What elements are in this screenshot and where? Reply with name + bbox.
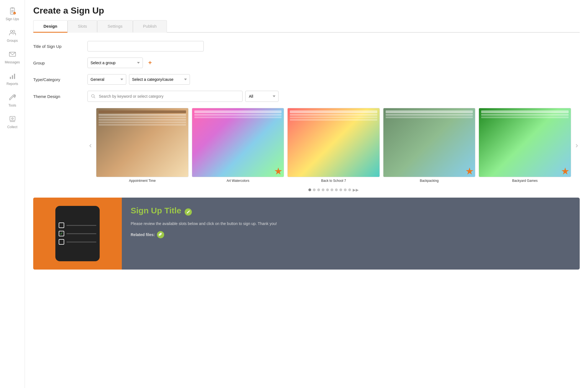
related-files-row: Related files: bbox=[131, 231, 571, 238]
theme-card-img-back-to-school bbox=[287, 108, 380, 177]
theme-card-back-to-school[interactable]: Back to School 7 bbox=[287, 108, 380, 183]
preview-description: Please review the available slots below … bbox=[131, 221, 571, 227]
carousel-prev-button[interactable]: ‹ bbox=[87, 141, 93, 149]
carousel-next-button[interactable]: › bbox=[574, 141, 580, 149]
search-button[interactable] bbox=[88, 91, 99, 102]
theme-label: Theme Design bbox=[33, 94, 83, 99]
edit-title-button[interactable] bbox=[185, 208, 192, 216]
messages-icon bbox=[7, 49, 17, 59]
sidebar-item-tools[interactable]: Tools bbox=[0, 89, 25, 111]
sidebar-item-reports-label: Reports bbox=[6, 82, 18, 86]
attach-files-button[interactable] bbox=[157, 231, 164, 238]
dot-7[interactable] bbox=[335, 188, 338, 191]
sidebar-item-groups-label: Groups bbox=[7, 39, 18, 43]
group-row: Group Select a group + bbox=[33, 58, 580, 68]
svg-point-16 bbox=[12, 118, 13, 119]
tab-settings[interactable]: Settings bbox=[97, 20, 133, 33]
clipboard-icon: ✓ bbox=[7, 6, 17, 16]
tab-design[interactable]: Design bbox=[33, 20, 68, 33]
preview-content: Sign Up Title Please review the availabl… bbox=[122, 198, 580, 270]
checkbox-unchecked-1 bbox=[59, 223, 64, 228]
related-files-label: Related files: bbox=[131, 232, 155, 237]
groups-icon bbox=[7, 28, 17, 38]
theme-card-name-backpacking: Backpacking bbox=[420, 179, 439, 183]
group-select[interactable]: Select a group bbox=[87, 58, 143, 68]
checkbox-item-1 bbox=[59, 223, 96, 228]
dot-10[interactable] bbox=[348, 188, 351, 191]
title-input[interactable] bbox=[87, 41, 204, 51]
theme-card-img-art-watercolors bbox=[192, 108, 284, 177]
svg-rect-12 bbox=[14, 74, 15, 79]
theme-card-backyard-games[interactable]: Backyard Games bbox=[479, 108, 571, 183]
dot-5[interactable] bbox=[326, 188, 329, 191]
reports-icon bbox=[7, 71, 17, 81]
type-controls: General Select a category/cause bbox=[87, 74, 580, 85]
checkbox-item-2: ✓ bbox=[59, 231, 96, 236]
preview-section: ✓ Sign Up Title bbox=[33, 198, 580, 270]
theme-card-name-appointment-time: Appointment Time bbox=[129, 179, 156, 183]
svg-rect-1 bbox=[11, 7, 14, 9]
svg-text:✓: ✓ bbox=[14, 12, 16, 15]
svg-line-18 bbox=[94, 97, 95, 98]
svg-point-7 bbox=[10, 30, 12, 33]
tabs-bar: Design Slots Settings Publish bbox=[33, 20, 580, 33]
phone-mockup: ✓ bbox=[55, 206, 100, 261]
title-label: Title of Sign Up bbox=[33, 44, 83, 49]
svg-rect-11 bbox=[12, 75, 13, 79]
dot-6[interactable] bbox=[331, 188, 333, 191]
sidebar-item-messages[interactable]: Messages bbox=[0, 46, 25, 68]
dot-8[interactable] bbox=[339, 188, 342, 191]
title-row: Title of Sign Up bbox=[33, 41, 580, 51]
sidebar-item-collect-label: Collect bbox=[7, 125, 17, 129]
dot-3[interactable] bbox=[317, 188, 320, 191]
checkbox-line-1 bbox=[66, 225, 96, 226]
title-controls bbox=[87, 41, 580, 51]
sidebar: ✓ Sign Ups Groups Messages bbox=[0, 0, 25, 388]
checkbox-line-2 bbox=[66, 233, 96, 234]
tools-icon bbox=[7, 92, 17, 102]
theme-card-img-appointment-time bbox=[96, 108, 188, 177]
type-label: Type/Category bbox=[33, 77, 83, 82]
theme-search-input[interactable] bbox=[99, 94, 242, 99]
svg-point-8 bbox=[12, 30, 15, 33]
theme-cards-list: Appointment Time Art Watercolors bbox=[96, 108, 571, 183]
theme-search-container bbox=[87, 91, 243, 102]
theme-controls: All bbox=[87, 91, 580, 102]
theme-filter-select[interactable]: All bbox=[245, 91, 278, 102]
pagination-dots: ▶▶ bbox=[87, 188, 580, 192]
theme-carousel: ‹ Appointment Time bbox=[87, 108, 580, 183]
theme-row: Theme Design All bbox=[33, 91, 580, 102]
tab-slots[interactable]: Slots bbox=[68, 20, 97, 33]
theme-card-appointment-time[interactable]: Appointment Time bbox=[96, 108, 188, 183]
type-category-row: Type/Category General Select a category/… bbox=[33, 74, 580, 85]
dot-2[interactable] bbox=[313, 188, 316, 191]
sidebar-item-signups[interactable]: ✓ Sign Ups bbox=[0, 3, 25, 24]
checkbox-line-3 bbox=[66, 242, 96, 242]
group-label: Group bbox=[33, 61, 83, 65]
add-group-button[interactable]: + bbox=[146, 58, 154, 67]
sidebar-item-collect[interactable]: Collect bbox=[0, 111, 25, 132]
category-select[interactable]: Select a category/cause bbox=[129, 74, 190, 85]
svg-rect-10 bbox=[10, 77, 11, 79]
preview-title: Sign Up Title bbox=[131, 206, 181, 215]
tab-publish[interactable]: Publish bbox=[133, 20, 167, 33]
sidebar-item-reports[interactable]: Reports bbox=[0, 68, 25, 89]
type-select[interactable]: General bbox=[87, 74, 126, 85]
pagination-forward-arrow[interactable]: ▶▶ bbox=[353, 188, 359, 192]
sidebar-item-tools-label: Tools bbox=[8, 104, 16, 107]
preview-illustration: ✓ bbox=[33, 198, 122, 270]
checkbox-unchecked-2 bbox=[59, 239, 64, 245]
theme-card-art-watercolors[interactable]: Art Watercolors bbox=[192, 108, 284, 183]
checkbox-checked: ✓ bbox=[59, 231, 64, 236]
dot-9[interactable] bbox=[344, 188, 347, 191]
theme-card-name-backyard-games: Backyard Games bbox=[512, 179, 538, 183]
sidebar-item-groups[interactable]: Groups bbox=[0, 24, 25, 46]
theme-card-backpacking[interactable]: Backpacking bbox=[383, 108, 475, 183]
dot-1[interactable] bbox=[308, 188, 311, 191]
sidebar-item-signups-label: Sign Ups bbox=[6, 17, 19, 21]
dot-4[interactable] bbox=[322, 188, 324, 191]
theme-card-img-backpacking bbox=[383, 108, 475, 177]
page-title: Create a Sign Up bbox=[33, 6, 580, 16]
theme-card-img-backyard-games bbox=[479, 108, 571, 177]
main-content: Create a Sign Up Design Slots Settings P… bbox=[25, 0, 588, 388]
